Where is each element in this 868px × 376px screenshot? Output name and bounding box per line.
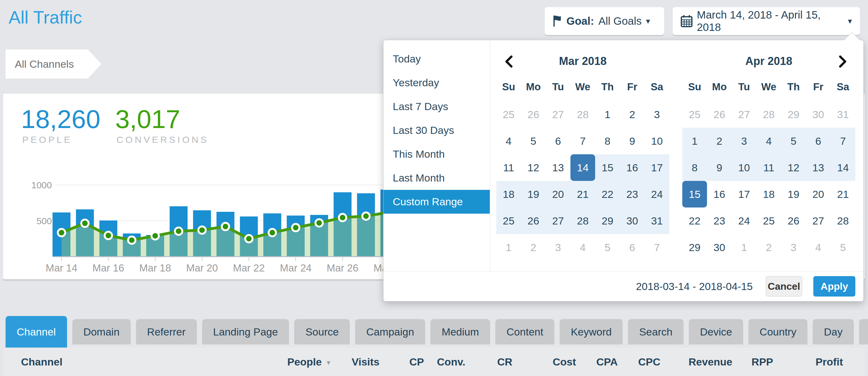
day-cell[interactable]: 13	[806, 154, 831, 181]
tab-source[interactable]: Source	[294, 319, 350, 344]
column-header-people[interactable]: People▼	[287, 348, 332, 376]
day-cell[interactable]: 20	[546, 181, 570, 207]
apply-button[interactable]: Apply	[813, 276, 855, 296]
day-cell[interactable]: 25	[496, 207, 521, 234]
day-cell[interactable]: 3	[645, 101, 669, 128]
day-cell[interactable]: 7	[570, 128, 595, 154]
day-cell[interactable]: 18	[756, 181, 781, 207]
day-cell-selected[interactable]: 15	[682, 181, 707, 207]
day-cell[interactable]: 2	[620, 101, 645, 128]
day-cell[interactable]: 16	[707, 181, 732, 207]
day-cell[interactable]: 31	[645, 207, 669, 234]
column-header-rpp[interactable]: RPP	[751, 348, 773, 376]
day-cell[interactable]: 3	[781, 234, 806, 261]
day-cell[interactable]: 27	[732, 101, 756, 128]
column-header-cpa[interactable]: CPA	[596, 348, 618, 376]
day-cell[interactable]: 23	[620, 181, 645, 207]
column-header-revenue[interactable]: Revenue	[688, 348, 732, 376]
day-cell[interactable]: 5	[781, 128, 806, 154]
column-header-cp[interactable]: CP	[409, 348, 424, 376]
day-cell[interactable]: 1	[682, 128, 707, 154]
day-cell[interactable]: 2	[521, 234, 546, 261]
day-cell[interactable]: 2	[707, 128, 732, 154]
day-cell[interactable]: 12	[781, 154, 806, 181]
day-cell[interactable]: 8	[595, 128, 620, 154]
day-cell[interactable]: 17	[645, 154, 669, 181]
preset-last-30-days[interactable]: Last 30 Days	[383, 118, 490, 142]
goal-dropdown-button[interactable]: Goal: All Goals ▾	[545, 7, 664, 35]
column-header-cr[interactable]: CR	[497, 348, 512, 376]
day-cell[interactable]: 27	[806, 207, 831, 234]
column-header-cpc[interactable]: CPC	[638, 348, 660, 376]
tab-channel[interactable]: Channel	[6, 316, 67, 348]
preset-custom-range[interactable]: Custom Range	[383, 190, 490, 214]
day-cell[interactable]: 3	[546, 234, 570, 261]
day-cell[interactable]: 11	[756, 154, 781, 181]
column-header-conv[interactable]: Conv.	[437, 348, 465, 376]
tab-campaign[interactable]: Campaign	[355, 319, 425, 344]
day-cell[interactable]: 2	[756, 234, 781, 261]
column-header-visits[interactable]: Visits	[352, 348, 379, 376]
day-cell[interactable]: 20	[806, 181, 831, 207]
tab-day[interactable]: Day	[813, 319, 854, 344]
day-cell[interactable]: 14	[831, 154, 855, 181]
day-cell-selected[interactable]: 14	[570, 154, 595, 181]
day-cell[interactable]: 9	[707, 154, 732, 181]
day-cell[interactable]: 31	[831, 101, 855, 128]
day-cell[interactable]: 6	[546, 128, 570, 154]
day-cell[interactable]: 25	[682, 101, 707, 128]
day-cell[interactable]: 1	[732, 234, 756, 261]
day-cell[interactable]: 23	[707, 207, 732, 234]
day-cell[interactable]: 26	[781, 207, 806, 234]
day-cell[interactable]: 7	[645, 234, 669, 261]
day-cell[interactable]: 28	[570, 101, 595, 128]
day-cell[interactable]: 6	[806, 128, 831, 154]
day-cell[interactable]: 10	[645, 128, 669, 154]
day-cell[interactable]: 26	[707, 101, 732, 128]
day-cell[interactable]: 16	[620, 154, 645, 181]
day-cell[interactable]: 22	[595, 181, 620, 207]
day-cell[interactable]: 29	[595, 207, 620, 234]
tab-referrer[interactable]: Referrer	[136, 319, 197, 344]
day-cell[interactable]: 13	[546, 154, 570, 181]
day-cell[interactable]: 28	[570, 207, 595, 234]
day-cell[interactable]: 17	[732, 181, 756, 207]
preset-last-7-days[interactable]: Last 7 Days	[383, 95, 490, 118]
day-cell[interactable]: 22	[682, 207, 707, 234]
day-cell[interactable]: 21	[831, 181, 855, 207]
day-cell[interactable]: 30	[620, 207, 645, 234]
tab-device[interactable]: Device	[689, 319, 743, 344]
day-cell[interactable]: 25	[756, 207, 781, 234]
day-cell[interactable]: 24	[645, 181, 669, 207]
preset-this-month[interactable]: This Month	[383, 142, 490, 166]
tab-domain[interactable]: Domain	[72, 319, 131, 344]
day-cell[interactable]: 28	[756, 101, 781, 128]
day-cell[interactable]: 10	[732, 154, 756, 181]
day-cell[interactable]: 6	[620, 234, 645, 261]
day-cell[interactable]: 4	[756, 128, 781, 154]
preset-yesterday[interactable]: Yesterday	[383, 71, 490, 95]
day-cell[interactable]: 4	[496, 128, 521, 154]
day-cell[interactable]: 12	[521, 154, 546, 181]
day-cell[interactable]: 1	[595, 101, 620, 128]
date-range-button[interactable]: March 14, 2018 - April 15, 2018 ▾	[673, 7, 860, 35]
day-cell[interactable]: 4	[570, 234, 595, 261]
day-cell[interactable]: 27	[546, 101, 570, 128]
day-cell[interactable]: 24	[732, 207, 756, 234]
breadcrumb-all-channels[interactable]: All Channels	[6, 50, 101, 79]
column-header-cost[interactable]: Cost	[553, 348, 576, 376]
day-cell[interactable]: 26	[521, 207, 546, 234]
day-cell[interactable]: 3	[732, 128, 756, 154]
column-header-channel[interactable]: Channel	[21, 348, 62, 376]
day-cell[interactable]: 29	[682, 234, 707, 261]
day-cell[interactable]: 21	[570, 181, 595, 207]
day-cell[interactable]: 8	[682, 154, 707, 181]
day-cell[interactable]: 18	[496, 181, 521, 207]
day-cell[interactable]: 29	[781, 101, 806, 128]
day-cell[interactable]: 1	[496, 234, 521, 261]
day-cell[interactable]: 26	[521, 101, 546, 128]
day-cell[interactable]: 27	[546, 207, 570, 234]
tab-content[interactable]: Content	[495, 319, 554, 344]
day-cell[interactable]: 11	[496, 154, 521, 181]
cancel-button[interactable]: Cancel	[766, 276, 802, 296]
